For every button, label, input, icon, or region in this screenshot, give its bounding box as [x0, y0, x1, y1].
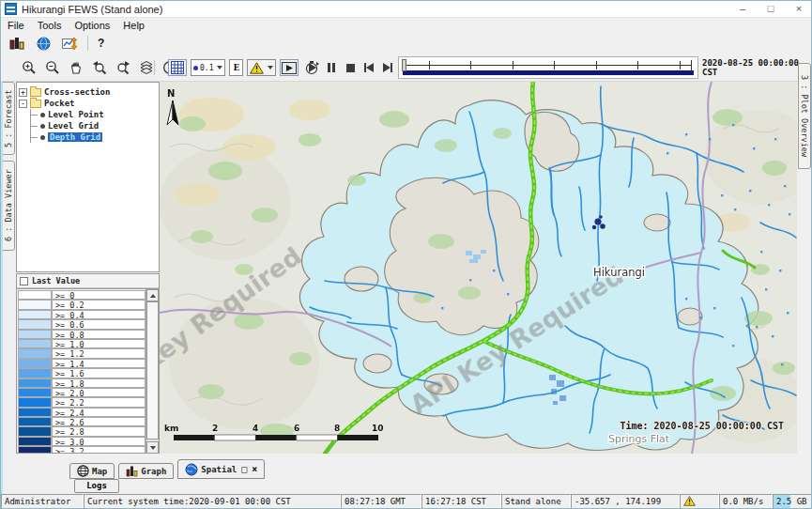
bullet-icon: [40, 124, 45, 129]
warning-icon: [250, 62, 264, 74]
application-window: Hikurangi FEWS (Stand alone) – □ × File …: [0, 0, 812, 509]
tree-item-level-grid[interactable]: Level Grid: [31, 120, 157, 131]
tab-graph[interactable]: Graph: [118, 463, 174, 479]
class-breaks-dropdown[interactable]: 0.1: [191, 59, 225, 76]
zoom-out-icon[interactable]: [43, 59, 62, 76]
skip-to-start-button[interactable]: [360, 59, 378, 76]
legend-row-label: >= 0: [52, 290, 146, 300]
warning-icon: [683, 496, 696, 506]
slider-track: [405, 65, 692, 66]
legend-row-label: >= 1.0: [52, 339, 146, 348]
grid-display-button[interactable]: [168, 59, 187, 76]
legend-color-swatch: [18, 290, 52, 300]
maximize-button[interactable]: □: [757, 1, 785, 17]
tree-item-label[interactable]: Cross-section: [44, 87, 110, 97]
view-close-icon[interactable]: ×: [252, 464, 257, 474]
tree-item-label[interactable]: Level Grid: [48, 121, 99, 131]
collapse-toggle-icon[interactable]: -: [19, 100, 27, 108]
movie-export-button[interactable]: [280, 59, 299, 76]
legend-row-label: >= 0.8: [52, 330, 146, 339]
legend-row: >= 2.0: [18, 388, 146, 397]
last-value-label: Last Value: [32, 276, 80, 285]
legend-row: >= 0.2: [18, 300, 146, 309]
pan-hand-icon[interactable]: [67, 59, 85, 76]
status-gmt-time: 08:27:18 GMT: [341, 494, 421, 509]
legend-row-label: >= 1.6: [52, 368, 146, 378]
legend-row: >= 2.6: [18, 417, 146, 426]
stop-button[interactable]: [341, 59, 360, 76]
menu-file[interactable]: File: [1, 20, 31, 31]
last-value-checkbox[interactable]: [20, 277, 28, 285]
view-maximize-icon[interactable]: □: [241, 464, 247, 474]
logs-button[interactable]: Logs: [74, 479, 119, 493]
map-canvas[interactable]: API Key Required API Key Required Hikura…: [160, 82, 797, 454]
minimize-button[interactable]: –: [728, 1, 757, 17]
legend-color-swatch: [18, 348, 52, 358]
map-time-label: Time: 2020-08-25 00:00:00 CST: [620, 421, 784, 431]
database-icon[interactable]: [8, 36, 25, 51]
tree-children: Level Point Level Grid Depth Grid: [30, 109, 157, 143]
menu-tools[interactable]: Tools: [31, 20, 69, 31]
play-button[interactable]: [303, 59, 322, 76]
tab-graph-label: Graph: [141, 467, 166, 476]
sidebar-tab-forecast[interactable]: 5 : Forecast: [2, 82, 15, 155]
close-button[interactable]: ×: [785, 1, 812, 17]
pause-button[interactable]: [322, 59, 341, 76]
sidebar-tab-forecast-label: 5 : Forecast: [4, 89, 13, 147]
zoom-previous-icon[interactable]: [90, 59, 109, 76]
tree-connector: [31, 137, 38, 138]
timeseries-chart-icon[interactable]: [61, 36, 78, 51]
status-coordinates: -35.657 , 174.199: [571, 494, 680, 509]
tree-item-label[interactable]: Level Point: [48, 110, 104, 119]
legend-row: >= 0.6: [18, 319, 146, 329]
zoom-next-icon[interactable]: [114, 59, 132, 76]
titlebar: Hikurangi FEWS (Stand alone) – □ ×: [1, 1, 812, 18]
tree-item-pocket[interactable]: - Pocket: [19, 98, 157, 109]
scroll-down-button[interactable]: [146, 441, 159, 453]
scrollbar-thumb[interactable]: [146, 301, 159, 440]
tab-spatial[interactable]: Spatial □ ×: [177, 459, 265, 479]
tree-item-cross-section[interactable]: + Cross-section: [19, 86, 157, 98]
sidebar-tab-data-viewer[interactable]: 6 : Data Viewer: [2, 161, 15, 251]
legend-row: >= 1.0: [18, 339, 146, 348]
legend-color-swatch: [18, 446, 52, 453]
legend-color-swatch: [18, 330, 52, 339]
legend-color-swatch: [18, 397, 52, 407]
tab-map[interactable]: Map: [69, 463, 115, 479]
warning-threshold-dropdown[interactable]: [247, 59, 276, 76]
legend-row-label: >= 2.6: [52, 417, 146, 426]
skip-to-end-button[interactable]: [378, 59, 397, 76]
globe-map-icon[interactable]: [35, 36, 52, 51]
map-view[interactable]: API Key Required API Key Required Hikura…: [160, 82, 797, 454]
statusbar: Administrator Current system time:2020-0…: [1, 494, 812, 509]
scroll-up-button[interactable]: [146, 289, 159, 301]
legend-row-label: >= 1.4: [52, 359, 146, 368]
status-mode: Stand alone: [501, 494, 571, 509]
legend-row: >= 0.8: [18, 330, 146, 339]
legend-body: >= 0 >= 0.2 >= 0.4 >= 0.6 >= 0.8 >= 1.0 …: [17, 288, 159, 453]
legend-scrollbar[interactable]: [146, 289, 159, 453]
tree-item-depth-grid[interactable]: Depth Grid: [31, 131, 157, 143]
menu-help[interactable]: Help: [116, 20, 151, 31]
legend-row: >= 1.4: [18, 359, 146, 368]
tree-item-label[interactable]: Pocket: [44, 99, 75, 108]
scale-bar-button[interactable]: E: [229, 59, 243, 76]
help-button[interactable]: ?: [98, 37, 104, 50]
legend-row-label: >= 3.0: [52, 437, 146, 446]
zoom-in-icon[interactable]: [20, 59, 38, 76]
time-slider[interactable]: [398, 56, 698, 79]
legend-row-label: >= 0.6: [52, 319, 146, 329]
tree-connector: [31, 115, 38, 116]
class-break-value: 0.1: [200, 64, 213, 72]
sidebar-tab-plot-overview[interactable]: 3 : Plot Overview: [798, 63, 811, 169]
expand-toggle-icon[interactable]: +: [19, 88, 27, 97]
toolbar-separator: [154, 60, 155, 75]
tree-item-level-point[interactable]: Level Point: [31, 109, 157, 120]
layers-icon[interactable]: [137, 59, 156, 76]
menu-options[interactable]: Options: [68, 20, 116, 31]
time-range-bar: [403, 70, 694, 75]
tree-item-label-selected[interactable]: Depth Grid: [48, 132, 102, 142]
legend-color-swatch: [18, 388, 52, 397]
slider-handle[interactable]: [402, 59, 406, 71]
status-warning-cell[interactable]: [680, 494, 719, 509]
